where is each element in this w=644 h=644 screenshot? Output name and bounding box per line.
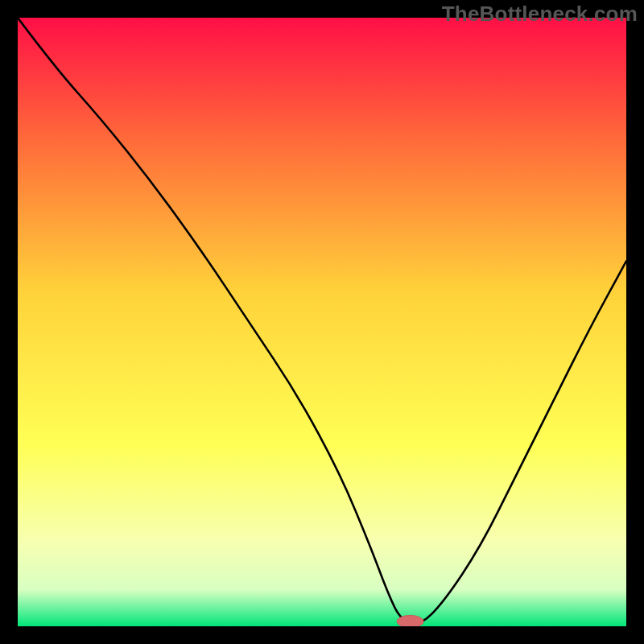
watermark-label: TheBottleneck.com [442,2,638,27]
chart-frame: TheBottleneck.com [0,0,644,644]
gradient-background [18,18,626,626]
optimum-marker [397,615,423,626]
plot-svg [18,18,626,626]
plot-area [18,18,626,626]
